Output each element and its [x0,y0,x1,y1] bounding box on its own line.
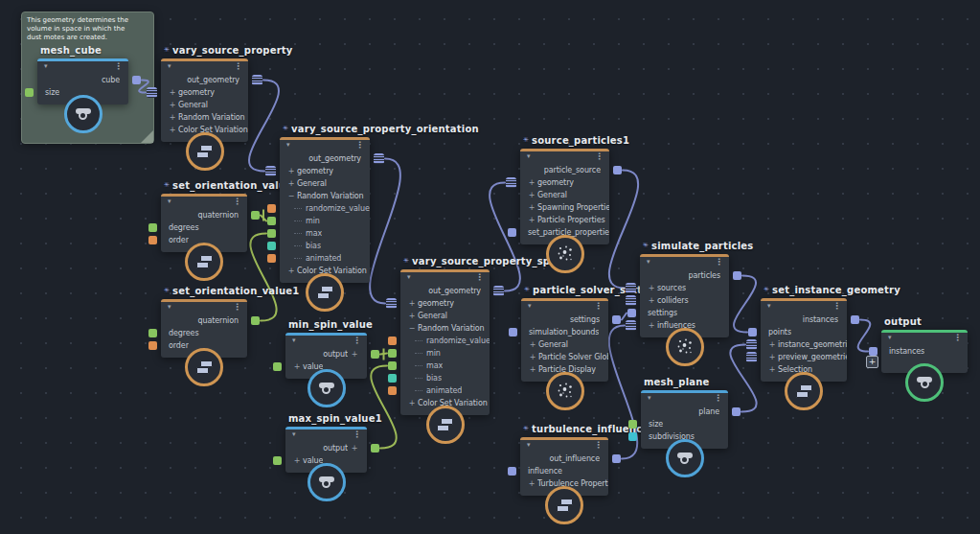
wire-vary_source_property_spin-out_geometry_to_source_particles1-geometry[interactable] [490,183,520,291]
node-turbulence_influence[interactable]: ✳turbulence_influence▾⋮out_influenceinfl… [520,437,608,496]
node-vary_source_property_orientation[interactable]: ✳vary_source_property_orientation▾⋮out_g… [280,137,370,283]
collapse-caret-icon[interactable]: ▾ [648,394,651,402]
node-type-badge[interactable] [545,486,583,524]
add-input-button[interactable]: + [866,356,878,368]
port-size[interactable] [25,88,34,97]
port-instances[interactable] [869,347,877,356]
port-row-bias[interactable]: bias [400,372,490,384]
port-row-colliders[interactable]: +colliders [640,294,729,307]
wire-vary_source_property-out_geometry_to_vary_source_property_orientation-geometry[interactable] [249,81,279,172]
port-row-instances[interactable]: instances [761,313,847,326]
port-degrees[interactable] [148,329,157,337]
port-output[interactable] [371,350,379,359]
node-vary_source_property[interactable]: ✳vary_source_property▾⋮out_geometry+geom… [161,58,248,142]
port-row-particle-properties[interactable]: +Particle Properties [520,214,609,226]
node-menu-icon[interactable]: ⋮ [832,301,841,311]
multi-connector-geometry[interactable] [147,87,157,98]
node-type-badge[interactable] [666,439,704,477]
port-row-geometry[interactable]: +geometry [520,176,609,189]
port-cube[interactable] [132,76,141,84]
collapse-caret-icon[interactable]: ▾ [292,337,296,344]
collapse-caret-icon[interactable]: ▾ [528,302,532,310]
port-row-plane[interactable]: plane [641,406,728,418]
port-row-max[interactable]: max [400,360,490,372]
port-row-out-geometry[interactable]: out_geometry [280,152,370,165]
port-row-geometry[interactable]: +geometry [280,165,370,177]
node-body[interactable]: ▾⋮instancespoints+instance_geometries+pr… [761,298,847,382]
node-type-badge[interactable] [426,406,465,444]
node-menu-icon[interactable]: ⋮ [233,197,241,206]
node-type-badge[interactable] [308,463,346,501]
port-row-min[interactable]: min [400,347,490,360]
port-row-max[interactable]: max [280,227,370,240]
port-size[interactable] [628,420,637,429]
node-menu-icon[interactable]: ⋮ [595,151,604,161]
expand-icon[interactable]: + [351,444,358,453]
expand-icon[interactable]: + [287,167,295,175]
expand-icon[interactable]: + [293,456,301,465]
port-row-animated[interactable]: animated [400,384,490,397]
port-row-random-variation[interactable]: −Random Variation [400,322,490,335]
port-row-geometry[interactable]: +geometry [400,297,490,310]
node-type-badge[interactable] [185,348,223,386]
wire-source_particles1-particle_source_to_simulate_particles-sources[interactable] [609,171,638,289]
port-row-spawning-properties[interactable]: +Spawning Properties [520,201,609,214]
port-max[interactable] [388,361,397,370]
port-row-randomize-value[interactable]: randomize_value [400,335,490,347]
node-menu-icon[interactable]: ⋮ [475,272,484,282]
node-menu-icon[interactable]: ⋮ [714,393,722,403]
port-row-degrees[interactable]: degrees [161,221,247,234]
port-settings[interactable] [612,315,621,324]
node-menu-icon[interactable]: ⋮ [353,430,361,439]
collapse-caret-icon[interactable]: ▾ [44,62,48,70]
port-randomize-value[interactable] [388,337,397,345]
port-row-random-variation[interactable]: −Random Variation [280,190,370,202]
collapse-caret-icon[interactable]: ▾ [647,258,650,266]
port-row-cube[interactable]: cube [37,74,128,86]
wire-min_spin_value-output_to_vary_source_property_spin-min[interactable] [380,354,387,355]
node-menu-icon[interactable]: ⋮ [234,61,242,71]
collapse-caret-icon[interactable]: ▾ [888,334,892,341]
expand-icon[interactable]: + [768,353,776,361]
multi-connector-colliders[interactable] [626,295,636,306]
expand-icon[interactable]: + [351,350,358,359]
node-type-badge[interactable] [185,243,223,281]
port-out-influence[interactable] [612,454,621,463]
wire-set_instance_geometry-instances_to_output-instances[interactable] [858,320,871,352]
collapse-caret-icon[interactable]: ▾ [168,197,171,205]
collapse-caret-icon[interactable]: ▾ [767,302,771,310]
port-subdivisions[interactable] [628,432,637,441]
expand-icon[interactable]: + [408,312,416,320]
collapse-caret-icon[interactable]: ▾ [286,141,290,149]
expand-icon[interactable]: + [287,267,295,275]
multi-connector-instance-geometries[interactable] [746,339,757,350]
port-row-influence[interactable]: influence [520,465,608,477]
wire-simulate_particles-particles_to_set_instance_geometry-points[interactable] [734,276,756,333]
port-instances[interactable] [851,315,859,324]
port-row-randomize-value[interactable]: randomize_value [280,202,370,215]
port-animated[interactable] [267,254,276,263]
collapse-caret-icon[interactable]: ▾ [407,273,411,281]
node-set_instance_geometry[interactable]: ✳set_instance_geometry▾⋮instancespoints+… [761,298,847,382]
port-row-settings[interactable]: settings [521,313,608,326]
port-row-instances[interactable]: instances [881,345,968,358]
port-row-general[interactable]: +General [400,310,490,322]
node-menu-icon[interactable]: ⋮ [114,61,123,71]
port-row-quaternion[interactable]: quaternion [161,314,247,327]
port-row-general[interactable]: +General [520,189,609,201]
expand-icon[interactable]: + [169,126,176,134]
port-row-out-influence[interactable]: out_influence [520,453,608,465]
port-quaternion[interactable] [251,211,260,220]
port-row-preview-geometries[interactable]: +preview_geometries [761,351,847,363]
expand-icon[interactable]: + [528,479,536,488]
node-type-badge[interactable] [666,328,704,366]
expand-icon[interactable]: + [648,296,655,305]
expand-icon[interactable]: + [528,178,536,187]
port-row-animated[interactable]: animated [280,252,370,265]
collapse-icon[interactable]: − [287,192,295,200]
node-type-badge[interactable] [905,363,944,402]
port-min[interactable] [388,349,397,358]
expand-icon[interactable]: + [768,340,776,349]
port-randomize-value[interactable] [267,204,276,213]
node-type-badge[interactable] [546,235,584,273]
